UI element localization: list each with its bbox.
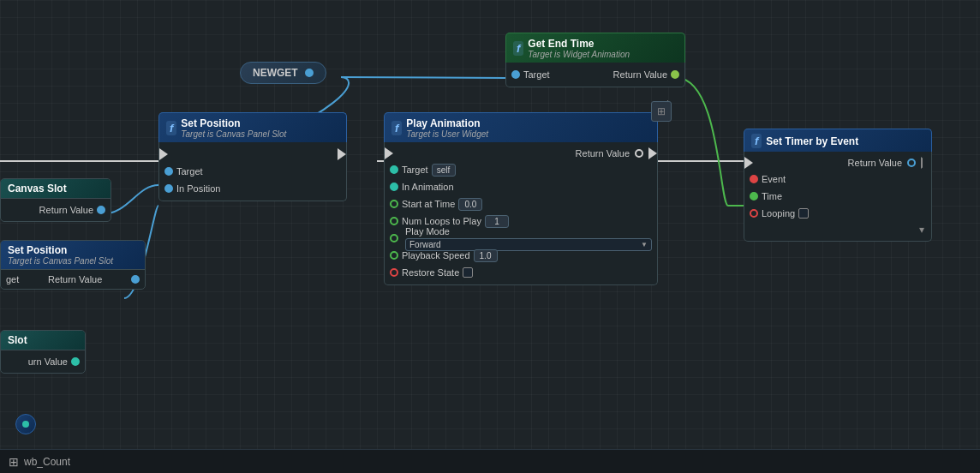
sp-partial-return-pin[interactable] <box>131 275 140 284</box>
set-timer-node: f Set Timer by Event Return Value <box>744 129 932 242</box>
num-loops-label: Num Loops to Play <box>402 216 481 226</box>
grid-icon: ⊞ <box>9 455 19 469</box>
restore-state-pin[interactable] <box>390 268 398 277</box>
canvas-slot-return-row: Return Value <box>1 201 111 219</box>
get-end-time-body: Target Return Value <box>505 63 685 87</box>
newget-node[interactable]: NEWGET <box>240 62 326 84</box>
time-pin[interactable] <box>750 192 758 201</box>
newget-label: NEWGET <box>253 67 298 79</box>
play-animation-body: Return Value Target self In Animation St… <box>384 142 658 285</box>
get-end-time-subtitle: Target is Widget Animation <box>528 50 630 59</box>
restore-state-row: Restore State <box>385 264 657 281</box>
timer-exec-out[interactable] <box>921 157 931 169</box>
timer-return-pin[interactable] <box>907 159 916 167</box>
set-position-header: f Set Position Target is Canvas Panel Sl… <box>158 112 347 142</box>
play-exec-out[interactable] <box>648 147 657 159</box>
play-animation-subtitle: Target is User Widget <box>406 129 488 139</box>
play-mode-value: Forward <box>409 240 441 249</box>
play-exec-in[interactable] <box>385 147 393 159</box>
in-position-label: In Position <box>176 183 220 194</box>
sp-partial-header: Set Position Target is Canvas Panel Slot <box>1 241 145 270</box>
restore-state-checkbox[interactable] <box>463 267 473 278</box>
graph-name: wb_Count <box>24 456 70 468</box>
target-pin-row: Target <box>159 163 346 180</box>
time-label: Time <box>762 191 782 201</box>
restore-state-label: Restore State <box>402 267 459 278</box>
play-mode-row: Play Mode Forward ▼ <box>385 230 657 247</box>
set-position-exec-row <box>159 146 346 163</box>
function-icon-st: f <box>751 134 762 148</box>
play-animation-node: f Play Animation Target is User Widget R… <box>384 112 658 285</box>
set-timer-body: Return Value Event Time Looping <box>744 152 932 242</box>
slot-bottom-body: urn Value <box>1 350 85 373</box>
bottom-status-bar: ⊞ wb_Count <box>0 449 980 473</box>
target-input-pin[interactable] <box>511 70 520 79</box>
blueprint-canvas[interactable]: NEWGET f Get End Time Target is Widget A… <box>0 0 980 473</box>
play-target-pin[interactable] <box>390 165 398 174</box>
sp-partial-body: get Return Value <box>1 270 145 289</box>
get-end-time-title: Get End Time <box>528 38 630 50</box>
timer-exec-row: Return Value <box>744 155 931 171</box>
set-position-node: f Set Position Target is Canvas Panel Sl… <box>158 112 347 201</box>
event-label: Event <box>762 174 786 184</box>
canvas-slot-return-label: Return Value <box>39 205 93 215</box>
return-value-label: Return Value <box>576 148 630 159</box>
timer-return-label: Return Value <box>848 158 902 168</box>
function-icon: f <box>513 41 523 56</box>
time-row: Time <box>744 188 931 205</box>
return-pin[interactable] <box>635 149 643 158</box>
slot-bottom-header: Slot <box>1 331 85 350</box>
expand-row: ▾ <box>744 222 931 237</box>
start-at-time-row: Start at Time 0.0 <box>385 195 657 213</box>
looping-pin[interactable] <box>750 209 758 218</box>
slot-bottom-node: Slot urn Value <box>0 330 86 374</box>
play-target-value: self <box>432 164 456 177</box>
looping-checkbox[interactable] <box>798 208 809 219</box>
target-label-sp: Target <box>176 166 203 177</box>
in-animation-pin[interactable] <box>390 183 398 191</box>
play-target-label: Target <box>402 165 428 175</box>
set-position-title: Set Position <box>181 117 286 129</box>
event-pin[interactable] <box>750 175 758 183</box>
expand-icon[interactable]: ▾ <box>919 224 924 236</box>
set-position-partial-node: Set Position Target is Canvas Panel Slot… <box>0 240 146 290</box>
play-mode-pin[interactable] <box>390 234 398 242</box>
function-icon-sp: f <box>166 121 176 135</box>
looping-label: Looping <box>762 208 795 219</box>
set-timer-header: f Set Timer by Event <box>744 129 932 152</box>
exec-in-arrow[interactable] <box>159 148 168 160</box>
sp-partial-target-label: get <box>6 274 19 284</box>
newget-output-pin[interactable] <box>305 69 314 77</box>
set-position-body: Target In Position <box>158 142 347 201</box>
target-label: Target <box>523 69 550 80</box>
slot-bottom-return-row: urn Value <box>1 353 85 370</box>
target-pin[interactable] <box>164 167 173 176</box>
timer-exec-in[interactable] <box>744 157 753 169</box>
play-animation-title: Play Animation <box>406 117 488 129</box>
collapse-icon[interactable]: ⊞ <box>651 101 672 122</box>
monitor-symbol: ⊞ <box>657 105 666 117</box>
get-end-time-target-row: Target Return Value <box>506 66 684 83</box>
play-animation-header: f Play Animation Target is User Widget <box>384 112 658 142</box>
exec-out-arrow[interactable] <box>338 148 346 160</box>
sp-partial-return-label: Return Value <box>48 274 102 284</box>
play-mode-dropdown[interactable]: Forward ▼ <box>405 238 652 251</box>
sp-partial-subtitle: Target is Canvas Panel Slot <box>8 256 138 266</box>
num-loops-pin[interactable] <box>390 217 398 225</box>
canvas-slot-return-pin[interactable] <box>97 206 105 214</box>
play-exec-row: Return Value <box>385 146 657 161</box>
in-position-pin[interactable] <box>164 184 173 193</box>
get-end-time-node: f Get End Time Target is Widget Animatio… <box>505 33 685 87</box>
circle-pin[interactable] <box>22 421 29 428</box>
function-icon-pa: f <box>391 121 402 135</box>
bottom-circle-node <box>15 414 36 434</box>
set-position-subtitle: Target is Canvas Panel Slot <box>181 129 286 139</box>
return-output-pin[interactable] <box>671 70 679 79</box>
set-timer-title: Set Timer by Event <box>766 135 858 147</box>
play-target-row: Target self <box>385 161 657 178</box>
dropdown-arrow-icon: ▼ <box>641 241 648 248</box>
start-time-pin[interactable] <box>390 200 398 208</box>
playback-speed-pin[interactable] <box>390 251 398 260</box>
slot-bottom-pin[interactable] <box>71 357 80 366</box>
return-label: Return Value <box>613 69 667 80</box>
